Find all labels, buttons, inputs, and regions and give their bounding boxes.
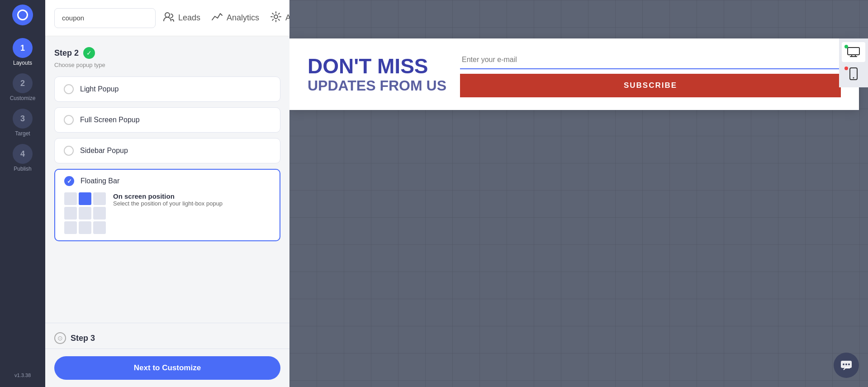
gear-icon (270, 11, 282, 25)
position-grid-container (64, 192, 106, 234)
svg-point-11 (848, 363, 850, 365)
leads-label: Leads (178, 13, 200, 23)
search-input[interactable] (54, 8, 156, 28)
preview-area: DON'T MISS UPDATES FROM US SUBSCRIBE ✕ (289, 0, 868, 387)
mobile-device-button[interactable] (842, 64, 865, 84)
account-nav-item[interactable]: Account (270, 11, 289, 25)
step-2-circle: 2 (13, 73, 33, 93)
full-screen-popup-label: Full Screen Popup (80, 116, 140, 124)
svg-point-7 (853, 77, 854, 79)
step-2-content: Step 2 ✓ Choose popup type Light Popup F… (45, 36, 289, 323)
light-popup-radio (64, 84, 74, 94)
popup-headline: DON'T MISS (308, 55, 446, 78)
position-cell-0-2[interactable] (93, 192, 106, 205)
desktop-status-dot (844, 45, 848, 48)
step-4-circle: 4 (13, 144, 33, 164)
sidebar-item-layouts[interactable]: 1 Layouts (5, 38, 41, 66)
analytics-icon (211, 11, 223, 25)
topbar-nav: Leads Analytics Account (163, 5, 289, 31)
position-cell-1-2[interactable] (93, 207, 106, 220)
position-cell-1-0[interactable] (64, 207, 77, 220)
position-cell-0-0[interactable] (64, 192, 77, 205)
step-3-header: ⊙ Step 3 (45, 323, 289, 349)
desktop-icon (847, 47, 860, 57)
device-panel (839, 38, 868, 87)
position-title: On screen position (113, 192, 223, 200)
position-cell-2-1[interactable] (79, 221, 91, 234)
floating-bar-option[interactable]: Floating Bar (54, 169, 280, 241)
analytics-nav-item[interactable]: Analytics (211, 11, 259, 25)
svg-rect-2 (848, 48, 859, 55)
floating-bar-header[interactable]: Floating Bar (64, 176, 270, 186)
svg-point-1 (274, 15, 278, 19)
version-label: v1.3.38 (14, 373, 31, 382)
analytics-label: Analytics (227, 13, 259, 23)
full-screen-popup-radio (64, 115, 74, 125)
main-panel: Leads Analytics Account (45, 0, 289, 387)
step-1-label: Layouts (13, 60, 32, 66)
step-2-header: Step 2 ✓ (54, 47, 280, 59)
next-to-customize-button[interactable]: Next to Customize (54, 356, 280, 380)
step-2-check-icon: ✓ (83, 47, 95, 59)
popup-form: SUBSCRIBE (460, 51, 841, 97)
position-section: On screen position Select the position o… (64, 192, 270, 234)
step-4-label: Publish (14, 166, 31, 172)
sidebar-item-customize[interactable]: 2 Customize (5, 73, 41, 101)
position-cell-0-1[interactable] (79, 192, 91, 205)
floating-bar-radio (64, 176, 74, 186)
light-popup-option[interactable]: Light Popup (54, 76, 280, 102)
position-cell-2-2[interactable] (93, 221, 106, 234)
chat-icon (840, 359, 853, 372)
full-screen-popup-option[interactable]: Full Screen Popup (54, 107, 280, 133)
svg-point-0 (165, 13, 170, 17)
position-description: Select the position of your light-box po… (113, 200, 223, 207)
step-3-title: Step 3 (71, 334, 95, 343)
logo[interactable] (12, 5, 33, 25)
light-popup-label: Light Popup (80, 85, 119, 93)
desktop-device-button[interactable] (842, 42, 865, 62)
topbar: Leads Analytics Account (45, 0, 289, 36)
step-2-subtitle: Choose popup type (54, 62, 280, 68)
leads-nav-item[interactable]: Leads (163, 11, 200, 25)
step-2-title: Step 2 (54, 48, 79, 58)
logo-icon (17, 10, 28, 20)
popup-email-input[interactable] (460, 51, 841, 69)
sidebar-popup-label: Sidebar Popup (80, 147, 128, 155)
sidebar-popup-option[interactable]: Sidebar Popup (54, 138, 280, 163)
popup-subline: UPDATES FROM US (308, 78, 446, 94)
sidebar-item-publish[interactable]: 4 Publish (5, 144, 41, 172)
step-3-circle: 3 (13, 109, 33, 129)
position-cell-2-0[interactable] (64, 221, 77, 234)
leads-icon (163, 11, 175, 25)
svg-point-9 (843, 363, 844, 365)
account-label: Account (285, 13, 289, 23)
svg-point-10 (845, 363, 847, 365)
floating-bar-preview: DON'T MISS UPDATES FROM US SUBSCRIBE ✕ (289, 38, 859, 110)
position-cell-1-1[interactable] (79, 207, 91, 220)
floating-bar-label: Floating Bar (81, 177, 119, 185)
step-3-label: Target (15, 130, 30, 137)
position-grid (64, 192, 106, 234)
mobile-icon (849, 67, 858, 80)
step-3-circle-outline: ⊙ (54, 332, 66, 344)
popup-subscribe-button[interactable]: SUBSCRIBE (460, 74, 841, 97)
step-1-circle: 1 (13, 38, 33, 58)
sidebar: 1 Layouts 2 Customize 3 Target 4 Publish… (0, 0, 45, 387)
bottom-bar: Next to Customize (45, 349, 289, 387)
step-2-label: Customize (10, 95, 36, 101)
sidebar-popup-radio (64, 146, 74, 156)
mobile-status-dot (844, 67, 848, 70)
chat-button[interactable] (834, 353, 859, 378)
popup-text-block: DON'T MISS UPDATES FROM US (308, 55, 446, 94)
sidebar-item-target[interactable]: 3 Target (5, 109, 41, 137)
position-text: On screen position Select the position o… (113, 192, 223, 210)
